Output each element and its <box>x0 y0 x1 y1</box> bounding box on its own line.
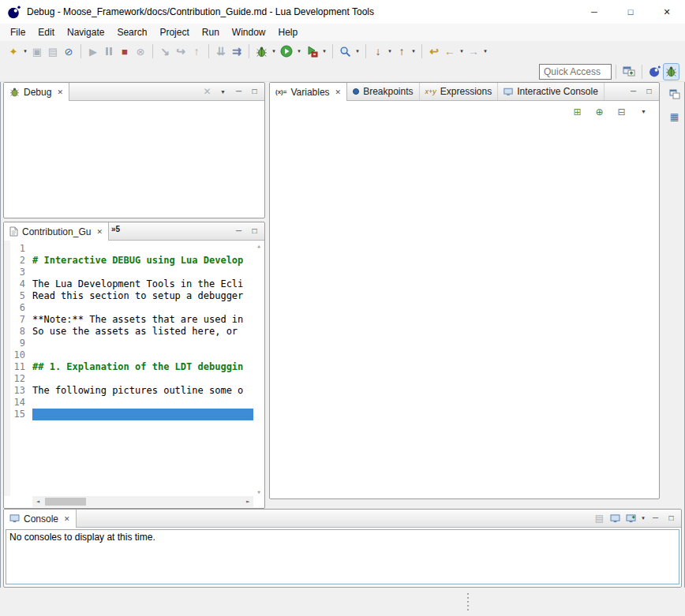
minimize-view-button[interactable]: ─ <box>231 84 246 99</box>
step-into-button[interactable]: ↘ <box>157 43 173 60</box>
new-dropdown[interactable]: ▾ <box>21 48 29 54</box>
external-tools-button[interactable] <box>303 43 320 60</box>
quick-access[interactable]: Quick Access <box>539 64 612 80</box>
tab-expressions[interactable]: x+y Expressions <box>420 83 499 100</box>
variables-tree[interactable] <box>270 122 659 498</box>
restore-views-button[interactable] <box>667 87 682 102</box>
editor-line[interactable]: 3 <box>4 267 253 278</box>
display-selected-console-button[interactable] <box>608 511 623 526</box>
sash-drag-handle[interactable] <box>467 593 469 610</box>
window-close-button[interactable]: ✕ <box>649 0 685 24</box>
editor-horizontal-scrollbar[interactable]: ◄ ► <box>32 496 253 507</box>
menu-edit[interactable]: Edit <box>32 24 61 40</box>
tab-breakpoints[interactable]: Breakpoints <box>347 83 419 100</box>
disconnect-button[interactable]: ⊗ <box>133 43 148 60</box>
minimize-view-button[interactable]: ─ <box>648 511 663 526</box>
previous-annotation-button[interactable]: ↑ <box>394 43 410 60</box>
minimize-view-button[interactable]: ─ <box>626 84 641 99</box>
hidden-editors-chevron[interactable]: »5 <box>109 222 124 240</box>
menu-project[interactable]: Project <box>153 24 195 40</box>
scroll-down-icon[interactable]: ▼ <box>257 489 260 495</box>
tab-variables[interactable]: (x)= Variables ✕ <box>270 83 347 101</box>
scrollbar-thumb[interactable] <box>45 498 86 506</box>
menu-window[interactable]: Window <box>226 24 272 40</box>
maximize-view-button[interactable]: □ <box>247 84 262 99</box>
scroll-up-icon[interactable]: ▲ <box>257 243 260 248</box>
suspend-button[interactable] <box>101 43 117 60</box>
search-dropdown[interactable]: ▾ <box>354 48 361 54</box>
menu-search[interactable]: Search <box>110 24 153 40</box>
collapse-all-button[interactable]: ⊟ <box>614 104 629 119</box>
open-console-dropdown[interactable]: ▾ <box>639 515 647 521</box>
show-logical-structure-button[interactable]: ⊞ <box>570 104 585 119</box>
step-over-button[interactable]: ↪ <box>173 43 189 60</box>
close-icon[interactable]: ✕ <box>335 88 342 96</box>
debug-tree[interactable] <box>4 101 264 217</box>
next-annotation-button[interactable]: ↓ <box>370 43 386 60</box>
back-button[interactable]: ← <box>442 43 458 60</box>
run-button[interactable] <box>278 43 295 60</box>
tab-contribution-guide[interactable]: Contribution_Gu ✕ <box>4 222 109 241</box>
minimize-view-button[interactable]: ─ <box>231 224 246 239</box>
forward-dropdown[interactable]: ▾ <box>481 48 489 54</box>
console-output[interactable]: No consoles to display at this time. <box>6 529 679 584</box>
editor-line[interactable]: 13The following pictures outline some o <box>4 385 253 397</box>
ldt-perspective-button[interactable] <box>646 63 663 80</box>
debug-perspective-button[interactable] <box>663 63 679 80</box>
debug-button[interactable] <box>253 43 270 60</box>
forward-button[interactable]: → <box>466 43 481 60</box>
view-menu-button[interactable]: ▼ <box>215 84 230 99</box>
close-icon[interactable]: ✕ <box>57 88 63 96</box>
editor-line[interactable]: 14 <box>4 397 253 409</box>
previous-annotation-dropdown[interactable]: ▾ <box>410 48 417 54</box>
editor-line[interactable]: 7**Note:** The assets that are used in <box>4 314 253 326</box>
window-minimize-button[interactable]: ─ <box>576 0 612 24</box>
external-tools-dropdown[interactable]: ▾ <box>320 48 328 54</box>
window-maximize-button[interactable]: □ <box>612 0 649 24</box>
menu-help[interactable]: Help <box>272 24 305 40</box>
editor-line[interactable]: 1 <box>4 243 253 255</box>
maximize-view-button[interactable]: □ <box>642 84 657 99</box>
view-menu-button[interactable]: ▼ <box>636 104 651 119</box>
scroll-left-icon[interactable]: ◄ <box>32 496 43 507</box>
drop-to-frame-button[interactable]: ⇊ <box>213 43 229 60</box>
editor-line[interactable]: 2# Interactive DEBUG using Lua Develop <box>4 255 253 267</box>
back-dropdown[interactable]: ▾ <box>458 48 466 54</box>
maximize-view-button[interactable]: □ <box>664 511 679 526</box>
menu-file[interactable]: File <box>4 24 32 40</box>
step-filters-button[interactable]: ⇉ <box>229 43 245 60</box>
editor-line[interactable]: 8So use the assets as listed here, or <box>4 326 253 338</box>
last-edit-location-button[interactable]: ↩ <box>426 43 442 60</box>
pin-console-button[interactable]: ▤ <box>592 511 607 526</box>
open-perspective-button[interactable] <box>620 63 638 80</box>
tab-interactive-console[interactable]: Interactive Console <box>498 83 605 100</box>
step-return-button[interactable]: ↑ <box>189 43 204 60</box>
next-annotation-dropdown[interactable]: ▾ <box>386 48 394 54</box>
run-dropdown[interactable]: ▾ <box>295 48 303 54</box>
tab-debug[interactable]: Debug ✕ <box>4 83 69 101</box>
close-icon[interactable]: ✕ <box>96 228 103 236</box>
close-icon[interactable]: ✕ <box>64 515 70 523</box>
editor-line[interactable]: 15 <box>4 409 253 420</box>
editor-line[interactable]: 9 <box>4 338 253 349</box>
minimized-view-button[interactable]: ▦ <box>667 109 682 124</box>
add-variable-button[interactable]: ⊕ <box>592 104 607 119</box>
terminate-button[interactable]: ■ <box>117 43 133 60</box>
save-all-button[interactable]: ▤ <box>45 43 61 60</box>
editor-line[interactable]: 5Read this section to setup a debugger <box>4 290 253 302</box>
editor-line[interactable]: 12 <box>4 373 253 385</box>
skip-breakpoints-button[interactable]: ⊘ <box>61 43 77 60</box>
maximize-view-button[interactable]: □ <box>247 224 262 239</box>
save-button[interactable]: ▣ <box>29 43 45 60</box>
remove-terminated-button[interactable]: ✕ <box>200 84 215 99</box>
resume-button[interactable]: ▶ <box>85 43 101 60</box>
new-button[interactable]: ✦ <box>6 43 21 60</box>
tab-console[interactable]: Console ✕ <box>4 510 77 528</box>
editor-line[interactable]: 11## 1. Explanation of the LDT debuggin <box>4 361 253 373</box>
editor-line[interactable]: 6 <box>4 302 253 314</box>
editor-line[interactable]: 10 <box>4 349 253 361</box>
editor-vertical-scrollbar[interactable]: ▲ ▼ <box>254 242 264 495</box>
search-button[interactable] <box>337 43 354 60</box>
menu-run[interactable]: Run <box>196 24 226 40</box>
open-console-button[interactable] <box>623 511 638 526</box>
